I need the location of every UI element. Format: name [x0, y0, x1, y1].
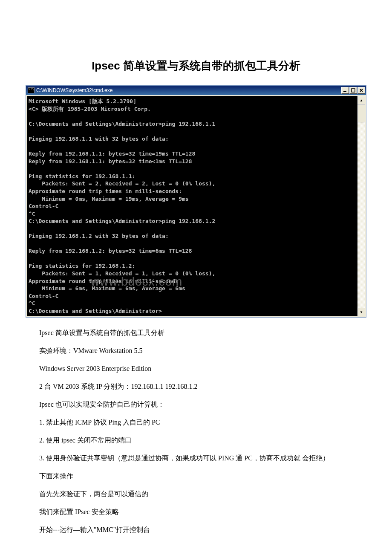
paragraph: 2 台 VM 2003 系统 IP 分别为：192.168.1.1 192.16… — [26, 382, 366, 392]
scroll-track[interactable] — [357, 104, 365, 308]
cmd-output: Microsoft Windows [版本 5.2.3790] <C> 版权所有… — [27, 96, 357, 316]
scroll-down-button[interactable]: ▼ — [357, 308, 365, 316]
paragraph: 1. 禁止其他 ICMP 协议 Ping 入自己的 PC — [26, 417, 366, 428]
cmd-icon — [28, 87, 35, 93]
page-title: Ipsec 简单设置与系统自带的抓包工具分析 — [26, 58, 366, 73]
paragraph: 下面来操作 — [26, 471, 366, 481]
svg-rect-0 — [343, 91, 346, 92]
scroll-up-button[interactable]: ▲ — [357, 96, 365, 104]
close-button[interactable] — [357, 87, 365, 94]
paragraph: 实验环境：VMware Workstation 5.5 — [26, 346, 366, 356]
paragraph: 开始---运行—输入"MMC"打开控制台 — [26, 525, 366, 535]
paragraph: Ipsec 也可以实现安全防护自己的计算机： — [26, 399, 366, 410]
paragraph: 首先先来验证下，两台是可以通信的 — [26, 489, 366, 499]
paragraph: Ipsec 简单设置与系统自带的抓包工具分析 — [26, 328, 366, 338]
cmd-window-title: C:\WINDOWS\system32\cmd.exe — [36, 87, 112, 93]
paragraph: 我们来配置 IPsec 安全策略 — [26, 507, 366, 517]
paragraph: Windows Server 2003 Enterprise Edition — [26, 364, 366, 374]
cmd-titlebar: C:\WINDOWS\system32\cmd.exe — [26, 86, 366, 95]
svg-rect-1 — [352, 89, 355, 92]
maximize-button[interactable] — [349, 87, 357, 94]
minimize-button[interactable] — [341, 87, 349, 94]
scroll-thumb[interactable] — [357, 104, 365, 122]
article-body: Ipsec 简单设置与系统自带的抓包工具分析 实验环境：VMware Works… — [26, 328, 366, 535]
cmd-window: C:\WINDOWS\system32\cmd.exe Microsoft Wi… — [26, 85, 366, 318]
paragraph: 2. 使用 ipsec 关闭不常用的端口 — [26, 435, 366, 445]
paragraph: 3. 使用身份验证共享密钥（意思是通过协商，如果成功可以 PING 通 PC，协… — [26, 453, 366, 463]
scrollbar[interactable]: ▲ ▼ — [357, 96, 365, 316]
